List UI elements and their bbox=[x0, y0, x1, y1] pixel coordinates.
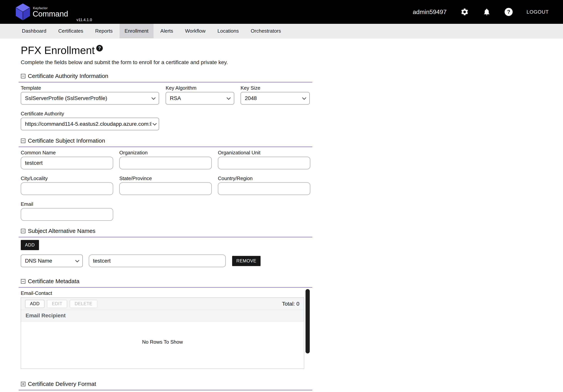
country-region-label: Country/Region bbox=[218, 175, 310, 181]
organization-input[interactable] bbox=[119, 157, 212, 169]
main-nav: Dashboard Certificates Reports Enrollmen… bbox=[0, 24, 563, 38]
metadata-add-button[interactable]: ADD bbox=[25, 300, 44, 308]
settings-gear-icon[interactable] bbox=[461, 8, 469, 16]
keyfactor-logo-icon bbox=[15, 3, 30, 20]
chevron-down-icon bbox=[151, 95, 156, 101]
chevron-down-icon bbox=[302, 95, 307, 101]
page-title: PFX Enrollment bbox=[21, 44, 95, 56]
certificate-subject-section: Certificate Subject Information Common N… bbox=[19, 137, 312, 221]
section-title: Certificate Authority Information bbox=[28, 73, 108, 79]
key-size-label: Key Size bbox=[241, 85, 310, 91]
nav-item-alerts[interactable]: Alerts bbox=[155, 24, 178, 38]
nav-item-certificates[interactable]: Certificates bbox=[53, 24, 88, 38]
city-locality-input[interactable] bbox=[21, 182, 113, 195]
notifications-bell-icon[interactable] bbox=[483, 8, 491, 16]
organization-label: Organization bbox=[119, 150, 212, 156]
key-algorithm-select[interactable]: RSA bbox=[166, 92, 234, 105]
san-remove-button[interactable]: REMOVE bbox=[232, 256, 261, 266]
email-label: Email bbox=[21, 201, 113, 207]
app-header: Keyfactor Command v11.4.1.0 admin59497 ?… bbox=[0, 0, 563, 24]
certificate-authority-select[interactable]: https://command114-5.eastus2.cloudapp.az… bbox=[21, 118, 159, 130]
state-province-input[interactable] bbox=[119, 182, 212, 195]
certificate-metadata-section: Certificate Metadata Email-Contact ADD E… bbox=[19, 278, 312, 369]
collapse-minus-square-icon[interactable] bbox=[21, 74, 26, 78]
city-locality-label: City/Locality bbox=[21, 175, 113, 181]
subject-alternative-names-section: Subject Alternative Names ADD DNS Name R… bbox=[19, 228, 312, 267]
state-province-label: State/Province bbox=[119, 175, 212, 181]
section-divider bbox=[19, 237, 312, 237]
metadata-delete-button[interactable]: DELETE bbox=[70, 300, 97, 308]
collapse-minus-square-icon[interactable] bbox=[21, 229, 26, 233]
san-type-select[interactable]: DNS Name bbox=[21, 255, 83, 267]
metadata-scrollbar[interactable] bbox=[306, 289, 310, 354]
section-title: Certificate Delivery Format bbox=[28, 381, 96, 387]
template-label: Template bbox=[21, 85, 159, 91]
nav-item-orchestrators[interactable]: Orchestrators bbox=[246, 24, 286, 38]
section-title: Certificate Subject Information bbox=[28, 137, 105, 144]
section-divider bbox=[19, 147, 312, 147]
brand: Keyfactor Command v11.4.1.0 bbox=[15, 0, 115, 24]
san-value-input[interactable] bbox=[89, 255, 226, 267]
common-name-input[interactable] bbox=[21, 157, 113, 169]
page-content: PFX Enrollment ? Complete the fields bel… bbox=[0, 38, 563, 392]
username: admin59497 bbox=[413, 8, 447, 15]
collapse-minus-square-icon[interactable] bbox=[21, 279, 26, 284]
header-actions: admin59497 ? LOGOUT bbox=[413, 8, 549, 16]
key-size-select[interactable]: 2048 bbox=[241, 92, 310, 105]
app-version: v11.4.1.0 bbox=[77, 18, 92, 22]
section-divider bbox=[19, 287, 312, 288]
section-divider bbox=[19, 390, 312, 390]
chevron-down-icon bbox=[226, 95, 231, 101]
metadata-grid: ADD EDIT DELETE Total: 0 Email Recipient… bbox=[21, 297, 304, 369]
nav-item-enrollment[interactable]: Enrollment bbox=[119, 24, 153, 38]
section-title: Certificate Metadata bbox=[28, 278, 79, 284]
email-input[interactable] bbox=[21, 208, 113, 221]
email-recipient-column-header: Email Recipient bbox=[21, 310, 304, 321]
metadata-grid-toolbar: ADD EDIT DELETE Total: 0 bbox=[21, 298, 304, 310]
country-region-input[interactable] bbox=[218, 182, 310, 195]
nav-item-locations[interactable]: Locations bbox=[212, 24, 244, 38]
nav-item-workflow[interactable]: Workflow bbox=[180, 24, 210, 38]
chevron-down-icon bbox=[75, 258, 80, 264]
metadata-edit-button[interactable]: EDIT bbox=[47, 300, 67, 308]
grid-empty-message: No Rows To Show bbox=[21, 321, 304, 368]
brand-command: Command bbox=[33, 10, 68, 18]
san-add-button[interactable]: ADD bbox=[21, 240, 39, 250]
key-algorithm-label: Key Algorithm bbox=[166, 85, 234, 91]
certificate-authority-section: Certificate Authority Information Templa… bbox=[19, 73, 312, 130]
organizational-unit-label: Organizational Unit bbox=[218, 150, 310, 156]
nav-item-dashboard[interactable]: Dashboard bbox=[17, 24, 51, 38]
organizational-unit-input[interactable] bbox=[218, 157, 310, 169]
chevron-down-icon bbox=[152, 121, 157, 127]
section-title: Subject Alternative Names bbox=[28, 228, 95, 234]
certificate-authority-label: Certificate Authority bbox=[21, 111, 159, 117]
certificate-delivery-format-section: Certificate Delivery Format bbox=[19, 381, 312, 390]
section-divider bbox=[19, 82, 312, 82]
nav-item-reports[interactable]: Reports bbox=[90, 24, 118, 38]
collapse-minus-square-icon[interactable] bbox=[21, 138, 26, 143]
email-contact-label: Email-Contact bbox=[21, 290, 312, 296]
page-description: Complete the fields below and submit the… bbox=[21, 59, 563, 65]
san-row: DNS Name REMOVE bbox=[21, 255, 312, 267]
metadata-total-count: Total: 0 bbox=[282, 301, 299, 307]
expand-plus-square-icon[interactable] bbox=[21, 382, 26, 386]
help-icon[interactable]: ? bbox=[505, 8, 513, 16]
logout-button[interactable]: LOGOUT bbox=[526, 9, 549, 15]
template-select[interactable]: SslServerProfile (SslServerProfile) bbox=[21, 92, 159, 105]
common-name-label: Common Name bbox=[21, 150, 113, 156]
page-help-icon[interactable]: ? bbox=[96, 45, 103, 51]
